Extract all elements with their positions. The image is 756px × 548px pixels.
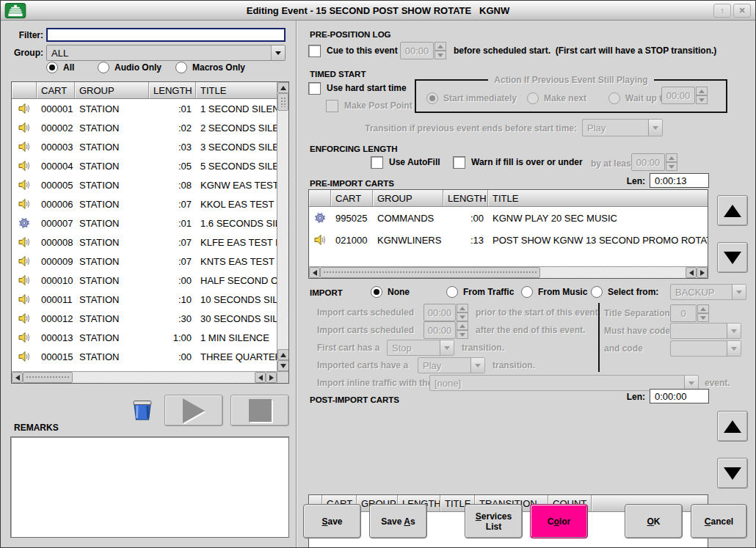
warn-fill-checkbox[interactable] — [453, 156, 465, 169]
scroll-up-icon[interactable] — [277, 82, 289, 93]
play-button[interactable] — [164, 395, 223, 426]
cart-row[interactable]: 000006 STATION :07 KKOL EAS TEST IN — [12, 194, 277, 213]
spin-down-icon — [666, 162, 677, 171]
cart-number: 000002 — [37, 123, 75, 134]
cart-number: 000012 — [37, 313, 75, 324]
save-button[interactable]: Save — [303, 504, 361, 538]
cart-row[interactable]: 000008 STATION :07 KLFE EAS TEST IN — [12, 233, 277, 252]
services-list-button[interactable]: Services List — [465, 504, 523, 538]
spin-down-icon — [457, 313, 468, 321]
stop-button[interactable] — [230, 395, 289, 426]
cart-row[interactable]: 000002 STATION :02 2 SECONDS SILEN — [12, 118, 277, 137]
remarks-input[interactable] — [10, 436, 289, 538]
scrollbar-thumb[interactable] — [277, 93, 288, 111]
spin-up-icon — [696, 87, 708, 95]
post-import-move-up-button[interactable] — [717, 411, 748, 442]
hard-start-checkbox[interactable] — [308, 82, 321, 95]
radio-filter-all[interactable]: All — [46, 61, 74, 74]
spin-down-icon — [435, 51, 446, 59]
pre-import-row[interactable]: 021000 KGNWLINERS :13 POST SHOW KGNW 13 … — [309, 229, 708, 251]
cart-column-header[interactable]: CART — [37, 82, 75, 98]
import-section-label: IMPORT — [310, 288, 343, 297]
scrollbar-track[interactable] — [73, 372, 255, 383]
pre-import-row[interactable]: 995025 COMMANDS :00 KGNW PLAY 20 SEC MUS… — [309, 207, 708, 229]
pre-import-move-up-button[interactable] — [717, 195, 748, 226]
scrollbar-thumb[interactable] — [320, 267, 540, 278]
icon-column-header[interactable] — [12, 82, 37, 98]
cart-group: STATION — [75, 103, 149, 114]
make-next-radio — [527, 92, 539, 104]
group-column-header[interactable]: GROUP — [373, 190, 443, 206]
scroll-left-icon[interactable] — [309, 267, 320, 278]
shade-window-icon[interactable]: ↑ — [713, 4, 731, 18]
cart-row[interactable]: 000007 STATION :01 1.6 SECONDS SIL — [12, 213, 277, 233]
vertical-scrollbar[interactable] — [277, 82, 288, 371]
horizontal-scrollbar[interactable] — [12, 371, 277, 383]
ok-button[interactable]: OK — [625, 504, 683, 538]
use-autofill-checkbox[interactable] — [371, 156, 383, 169]
scroll-down-icon[interactable] — [277, 360, 289, 371]
cue-to-event-checkbox[interactable] — [308, 45, 321, 57]
imported-carts-transition-select: Play — [418, 357, 485, 373]
radio-filter-macros[interactable]: Macros Only — [175, 61, 245, 74]
cart-row[interactable]: 000011 STATION :10 10 SECONDS SILE — [12, 290, 277, 309]
transition-select: Play — [582, 119, 663, 136]
cart-length: :00 — [149, 275, 196, 286]
scroll-left-icon[interactable] — [255, 372, 266, 383]
scrollbar-track[interactable] — [277, 111, 288, 349]
scroll-left-icon[interactable] — [12, 372, 23, 383]
cancel-button[interactable]: Cancel — [691, 504, 747, 538]
cart-length: :01 — [149, 103, 196, 114]
cart-row[interactable]: 000013 STATION 1:00 1 MIN SILENCE — [12, 328, 277, 347]
delete-cart-button[interactable] — [131, 398, 153, 421]
cart-row[interactable]: 000010 STATION :00 HALF SECOND OF — [12, 271, 277, 290]
scroll-right-icon[interactable] — [697, 267, 708, 278]
scroll-left-icon[interactable] — [686, 267, 697, 278]
make-post-point-label: Make Post Point — [344, 101, 412, 111]
wait-time-value: 00:00 — [661, 87, 695, 104]
radio-audio-label: Audio Only — [115, 62, 161, 73]
import-traffic-radio[interactable]: From Traffic — [446, 285, 514, 299]
cart-row[interactable]: 000003 STATION :03 3 SECONDS SILEN — [12, 137, 277, 156]
group-column-header[interactable]: GROUP — [75, 82, 149, 98]
audio-cart-icon — [18, 103, 30, 114]
scroll-up-icon[interactable] — [277, 349, 289, 360]
cart-row[interactable]: 000009 STATION :07 KNTS EAS TEST IN — [12, 252, 277, 271]
filter-input[interactable] — [46, 28, 286, 42]
pre-import-len-value: 0:00:13 — [650, 173, 709, 188]
cart-row[interactable]: 000012 STATION :30 30 SECONDS SILE — [12, 309, 277, 328]
length-column-header[interactable]: LENGTH — [149, 82, 196, 98]
title-column-header[interactable]: TITLE — [196, 82, 277, 98]
title-bar[interactable]: Editing Event - 15 SECOND POST SHOW ROTA… — [1, 1, 755, 21]
scroll-right-icon[interactable] — [266, 372, 277, 383]
chevron-down-icon — [727, 324, 741, 338]
radio-filter-audio[interactable]: Audio Only — [98, 61, 161, 74]
sched-after-label: Import carts scheduled — [317, 325, 424, 335]
cart-row[interactable]: 000004 STATION :05 5 SECONDS SILEN — [12, 156, 277, 175]
group-select[interactable]: ALL — [46, 45, 286, 61]
import-none-radio[interactable]: None — [371, 285, 410, 299]
scrollbar-thumb[interactable] — [23, 372, 73, 383]
by-at-least-label: by at least — [591, 158, 634, 169]
cart-number: 000008 — [37, 237, 75, 248]
save-as-button[interactable]: Save As — [369, 504, 427, 538]
pre-import-move-down-button[interactable] — [717, 242, 748, 273]
must-have-code-select — [670, 323, 741, 339]
cart-row[interactable]: 000001 STATION :01 1 SECOND SILEN — [12, 99, 277, 118]
cart-number: 000013 — [37, 332, 75, 343]
import-select-from-radio[interactable]: Select from: — [591, 285, 658, 299]
title-column-header[interactable]: TITLE — [488, 190, 708, 206]
cart-row[interactable]: 000015 STATION :00 THREE QUARTER — [12, 347, 277, 366]
color-button[interactable]: Color — [530, 504, 588, 538]
post-import-move-down-button[interactable] — [717, 458, 748, 489]
close-window-icon[interactable]: ✕ — [733, 4, 751, 18]
scrollbar-track[interactable] — [540, 267, 686, 278]
icon-column-header[interactable] — [309, 190, 331, 206]
import-music-radio[interactable]: From Music — [521, 285, 587, 299]
cart-group: STATION — [75, 256, 149, 267]
cart-row[interactable]: 000005 STATION :08 KGNW EAS TEST — [12, 175, 277, 194]
length-column-header[interactable]: LENGTH — [443, 190, 488, 206]
horizontal-scrollbar[interactable] — [309, 266, 708, 278]
audio-cart-icon — [18, 198, 30, 210]
cart-column-header[interactable]: CART — [331, 190, 373, 206]
